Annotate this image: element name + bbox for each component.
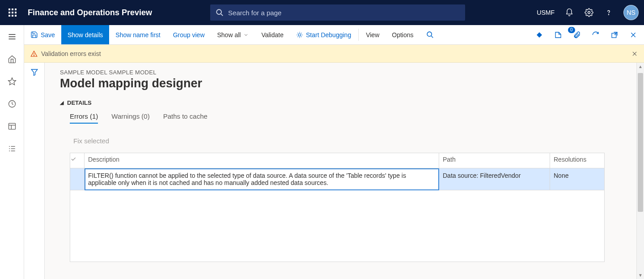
- rail-recent-icon[interactable]: [3, 95, 21, 113]
- scroll-thumb[interactable]: [638, 73, 643, 212]
- scroll-track[interactable]: [637, 70, 644, 271]
- warning-message: Validation errors exist: [41, 50, 101, 57]
- rail-favorites-icon[interactable]: [3, 73, 21, 90]
- notifications-icon[interactable]: [564, 8, 574, 17]
- tab-errors[interactable]: Errors (1): [70, 112, 98, 124]
- left-rail: [0, 25, 24, 279]
- save-icon: [30, 31, 38, 39]
- rail-modules-icon[interactable]: [3, 140, 21, 158]
- select-all-header[interactable]: [70, 153, 85, 168]
- rail-hamburger-icon[interactable]: [3, 28, 21, 46]
- details-toggle[interactable]: ◢ DETAILS: [60, 99, 644, 106]
- find-button[interactable]: [420, 25, 440, 44]
- svg-rect-7: [12, 15, 13, 17]
- global-header: Finance and Operations Preview USMF NS: [0, 0, 644, 25]
- show-name-first-button[interactable]: Show name first: [109, 25, 166, 44]
- options-button[interactable]: Options: [386, 25, 419, 44]
- app-title: Finance and Operations Preview: [28, 8, 152, 17]
- svg-marker-38: [537, 32, 542, 38]
- validation-warning-bar: Validation errors exist: [24, 45, 644, 63]
- tab-warnings[interactable]: Warnings (0): [111, 112, 149, 124]
- cell-path[interactable]: Data source: FilteredVendor: [439, 168, 550, 190]
- rail-home-icon[interactable]: [3, 50, 21, 68]
- svg-rect-4: [12, 12, 13, 13]
- svg-line-37: [431, 36, 433, 38]
- svg-rect-5: [15, 12, 17, 13]
- show-details-label: Show details: [68, 31, 103, 39]
- help-icon[interactable]: [604, 8, 614, 17]
- details-tabs: Errors (1) Warnings (0) Paths to cache: [60, 112, 644, 124]
- svg-rect-1: [12, 9, 13, 10]
- settings-icon[interactable]: [584, 8, 594, 17]
- svg-point-36: [427, 32, 432, 36]
- svg-point-44: [34, 55, 34, 56]
- grid-row[interactable]: FILTER() function cannot be applied to t…: [70, 168, 605, 190]
- row-selector[interactable]: [70, 168, 85, 190]
- svg-point-12: [608, 14, 609, 15]
- fix-selected-button[interactable]: Fix selected: [73, 137, 109, 145]
- user-avatar[interactable]: NS: [623, 5, 639, 20]
- view-button[interactable]: View: [360, 25, 386, 44]
- personalize-icon[interactable]: [533, 29, 546, 41]
- svg-line-10: [221, 14, 223, 16]
- app-launcher-icon[interactable]: [5, 5, 20, 20]
- errors-grid: Description Path Resolutions FILTER() fu…: [70, 153, 605, 262]
- svg-line-34: [297, 36, 298, 37]
- save-button[interactable]: Save: [24, 25, 61, 44]
- start-debugging-button[interactable]: Start Debugging: [290, 25, 357, 44]
- filter-pane-toggle: [24, 63, 45, 279]
- svg-line-35: [301, 33, 301, 33]
- svg-line-32: [297, 33, 298, 33]
- close-icon[interactable]: [627, 29, 640, 41]
- action-toolbar: Save Show details Show name first Group …: [24, 25, 644, 45]
- show-details-button[interactable]: Show details: [61, 25, 109, 44]
- warning-icon: [30, 50, 38, 57]
- cell-resolutions[interactable]: None: [550, 168, 605, 190]
- filter-icon[interactable]: [30, 68, 38, 279]
- find-icon: [426, 31, 434, 39]
- grid-header-row: Description Path Resolutions: [70, 153, 605, 168]
- grid-empty-area: [70, 190, 605, 262]
- collapse-icon: ◢: [60, 100, 64, 106]
- svg-rect-0: [8, 9, 10, 10]
- show-all-dropdown[interactable]: Show all: [211, 25, 255, 44]
- svg-rect-3: [8, 12, 10, 13]
- svg-rect-8: [15, 15, 17, 17]
- col-resolutions[interactable]: Resolutions: [550, 153, 605, 168]
- page-title: Model mapping designer: [60, 77, 644, 90]
- validate-button[interactable]: Validate: [255, 25, 290, 44]
- search-icon: [216, 9, 224, 17]
- svg-rect-2: [15, 9, 17, 10]
- page-options-icon[interactable]: [552, 29, 564, 41]
- warning-close-icon[interactable]: [631, 51, 638, 57]
- page-body: SAMPLE MODEL SAMPLE MODEL Model mapping …: [45, 63, 644, 279]
- vertical-scrollbar[interactable]: ▲ ▼: [636, 63, 644, 279]
- svg-rect-6: [8, 15, 10, 17]
- details-label: DETAILS: [67, 99, 92, 106]
- save-label: Save: [41, 31, 55, 39]
- cell-description[interactable]: FILTER() function cannot be applied to t…: [85, 168, 439, 190]
- svg-point-9: [216, 9, 221, 14]
- scroll-up-icon[interactable]: ▲: [638, 63, 643, 70]
- rail-workspaces-icon[interactable]: [3, 117, 21, 135]
- svg-point-27: [298, 34, 301, 36]
- breadcrumb: SAMPLE MODEL SAMPLE MODEL: [60, 69, 644, 76]
- scroll-down-icon[interactable]: ▼: [638, 271, 643, 279]
- tab-paths-to-cache[interactable]: Paths to cache: [163, 112, 208, 124]
- svg-point-11: [588, 12, 590, 14]
- toolbar-separator: [358, 29, 359, 41]
- group-view-button[interactable]: Group view: [167, 25, 211, 44]
- svg-rect-18: [8, 123, 15, 129]
- col-description[interactable]: Description: [85, 153, 439, 168]
- attachments-icon[interactable]: 0: [571, 29, 583, 41]
- popout-icon[interactable]: [608, 29, 621, 41]
- refresh-icon[interactable]: [589, 29, 602, 41]
- search-input[interactable]: [228, 9, 460, 17]
- global-search[interactable]: [210, 4, 465, 21]
- company-label[interactable]: USMF: [537, 9, 555, 16]
- debug-icon: [296, 31, 303, 39]
- col-path[interactable]: Path: [439, 153, 550, 168]
- svg-marker-16: [8, 78, 16, 85]
- attachments-count: 0: [568, 27, 575, 33]
- svg-line-40: [614, 32, 617, 35]
